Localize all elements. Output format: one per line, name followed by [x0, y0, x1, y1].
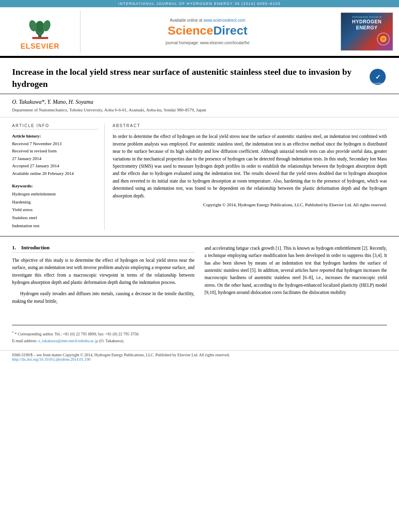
authors-list: O. Takakuwa*, Y. Mano, H. Soyama: [12, 99, 387, 105]
elsevier-wordmark: ELSEVIER: [21, 42, 60, 51]
bottom-info: 0360-3199/$ – see front matter Copyright…: [0, 350, 399, 364]
authors-section: O. Takakuwa*, Y. Mano, H. Soyama Departm…: [0, 94, 399, 117]
article-title: Increase in the local yield stress near …: [12, 66, 369, 90]
footnote-corresponding: * * Corresponding author. Tel.: +81 (0) …: [12, 331, 387, 337]
article-info-heading: ARTICLE INFO: [12, 123, 98, 129]
footnote-email: E-mail address: o_takakuwa@mm.mech.tohok…: [12, 338, 387, 344]
journal-bar: INTERNATIONAL JOURNAL OF HYDROGEN ENERGY…: [0, 0, 399, 7]
journal-cover-image: International Journal of HYDROGENENERGY: [341, 12, 393, 51]
article-info-column: ARTICLE INFO Article history: Received 7…: [12, 123, 105, 230]
article-info-abstract: ARTICLE INFO Article history: Received 7…: [0, 117, 399, 236]
right-col-para-1: and accelerating fatigue crack growth [1…: [205, 244, 387, 296]
received-date-1: Received 7 November 2013: [12, 140, 98, 147]
body-two-column: 1. Introduction The objective of this st…: [12, 244, 387, 309]
abstract-copyright: Copyright © 2014, Hydrogen Energy Public…: [113, 201, 387, 209]
elsevier-tree-icon: [24, 13, 56, 41]
doi-info: http://dx.doi.org/10.1016/j.ijhydene.201…: [12, 357, 387, 362]
science-part: Science: [168, 24, 213, 37]
body-content: 1. Introduction The objective of this st…: [0, 236, 399, 317]
email-person: (O. Takakuwa).: [99, 339, 124, 343]
abstract-heading: ABSTRACT: [113, 123, 387, 129]
section-title: Introduction: [21, 244, 50, 251]
available-online-date: Available online 20 February 2014: [12, 170, 98, 177]
body-left-column: 1. Introduction The objective of this st…: [12, 244, 195, 309]
crossmark-badge[interactable]: ✓ CrossMark: [369, 66, 387, 88]
svg-rect-6: [32, 37, 48, 39]
affiliation: Department of Nanomechanics, Tohoku Univ…: [12, 107, 387, 112]
svg-text:✓: ✓: [375, 74, 380, 80]
svg-text:CrossMark: CrossMark: [372, 82, 384, 84]
svg-point-9: [382, 37, 385, 41]
corresponding-label: * Corresponding author.: [15, 332, 54, 337]
article-history-label: Article history:: [12, 133, 98, 140]
sciencedirect-logo: ScienceDirect: [168, 24, 247, 37]
keywords-label: Keywords:: [12, 183, 98, 189]
email-link[interactable]: o_takakuwa@mm.mech.tohoku.ac.jp: [38, 339, 98, 343]
article-title-section: Increase in the local yield stress near …: [0, 58, 399, 94]
keyword-1: Hydrogen embrittlement: [12, 190, 98, 198]
page-header: ELSEVIER Available online at www.science…: [0, 7, 399, 57]
available-online-text: Available online at www.sciencedirect.co…: [170, 18, 245, 23]
section-number: 1.: [12, 244, 16, 251]
intro-para-2: Hydrogen easily invades and diffuses int…: [12, 290, 195, 305]
keyword-5: Indentation test: [12, 222, 98, 230]
abstract-column: ABSTRACT In order to determine the effec…: [113, 123, 387, 230]
received-revised-date: 27 January 2014: [12, 155, 98, 162]
intro-para-1: The objective of this study is to determ…: [12, 257, 195, 286]
direct-part: Direct: [213, 24, 247, 37]
sciencedirect-url[interactable]: www.sciencedirect.com: [204, 18, 245, 23]
issn-info: 0360-3199/$ – see front matter Copyright…: [12, 353, 387, 357]
email-label: E-mail address:: [12, 339, 37, 343]
section-1-heading: 1. Introduction: [12, 244, 195, 253]
keyword-3: Yield stress: [12, 206, 98, 214]
keywords-list: Hydrogen embrittlement Hardening Yield s…: [12, 190, 98, 230]
body-right-column: and accelerating fatigue crack growth [1…: [205, 244, 387, 309]
accepted-date: Accepted 27 January 2014: [12, 162, 98, 169]
corresponding-author-footnote: * * Corresponding author. Tel.: +81 (0) …: [0, 331, 399, 344]
keyword-2: Hardening: [12, 198, 98, 206]
cover-graphic: [376, 32, 391, 46]
keyword-4: Stainless steel: [12, 214, 98, 222]
received-revised-label: Received in revised form: [12, 148, 98, 154]
journal-cover-section: International Journal of HYDROGENENERGY: [335, 10, 399, 53]
footnote-divider: [12, 325, 387, 329]
tel-fax: Tel.: +81 (0) 22 795 6899; fax: +81 (0) …: [55, 332, 140, 337]
journal-homepage: journal homepage: www.elsevier.com/locat…: [166, 41, 249, 45]
doi-link[interactable]: http://dx.doi.org/10.1016/j.ijhydene.201…: [12, 357, 90, 362]
cover-journal-name: HYDROGENENERGY: [352, 19, 381, 31]
sciencedirect-section: Available online at www.sciencedirect.co…: [80, 10, 335, 53]
abstract-text: In order to determine the effect of hydr…: [113, 133, 387, 199]
elsevier-logo-section: ELSEVIER: [0, 10, 80, 53]
